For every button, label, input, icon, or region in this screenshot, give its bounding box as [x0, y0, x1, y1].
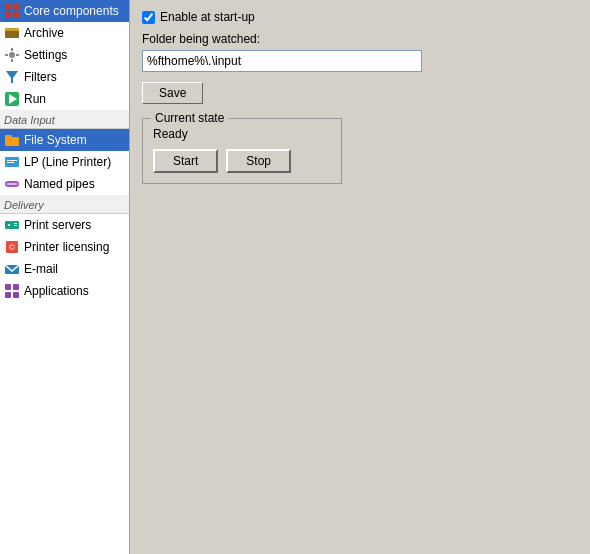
sidebar-item-label: Filters — [24, 70, 57, 84]
sidebar: Core components Archive Settings — [0, 0, 130, 554]
svg-rect-22 — [8, 224, 10, 226]
folder-input[interactable] — [142, 50, 422, 72]
print-servers-icon — [4, 217, 20, 233]
svg-rect-9 — [5, 54, 8, 56]
sidebar-item-file-system[interactable]: File System — [0, 129, 129, 151]
svg-rect-17 — [7, 160, 17, 161]
svg-rect-29 — [13, 284, 19, 290]
run-icon — [4, 91, 20, 107]
svg-rect-23 — [14, 223, 17, 224]
sidebar-item-label: Named pipes — [24, 177, 95, 191]
svg-rect-28 — [5, 284, 11, 290]
svg-rect-10 — [16, 54, 19, 56]
sidebar-item-email[interactable]: E-mail — [0, 258, 129, 280]
svg-point-6 — [9, 52, 15, 58]
state-value: Ready — [153, 127, 331, 141]
current-state-group: Current state Ready Start Stop — [142, 118, 342, 184]
sidebar-item-print-servers[interactable]: Print servers — [0, 214, 129, 236]
filters-icon — [4, 69, 20, 85]
printer-lic-icon: © — [4, 239, 20, 255]
svg-rect-14 — [5, 137, 19, 146]
start-button[interactable]: Start — [153, 149, 218, 173]
svg-rect-1 — [13, 4, 19, 10]
svg-marker-11 — [6, 71, 18, 83]
save-button[interactable]: Save — [142, 82, 203, 104]
sidebar-item-label: File System — [24, 133, 87, 147]
sidebar-item-applications[interactable]: Applications — [0, 280, 129, 302]
svg-rect-5 — [5, 28, 19, 31]
sidebar-item-label: LP (Line Printer) — [24, 155, 111, 169]
svg-rect-15 — [5, 135, 12, 138]
main-content: Enable at start-up Folder being watched:… — [130, 0, 590, 554]
sidebar-item-run[interactable]: Run — [0, 88, 129, 110]
svg-rect-3 — [13, 12, 19, 18]
sidebar-item-label: Archive — [24, 26, 64, 40]
sidebar-item-core-components[interactable]: Core components — [0, 0, 129, 22]
state-buttons: Start Stop — [153, 149, 331, 173]
sidebar-item-archive[interactable]: Archive — [0, 22, 129, 44]
svg-rect-7 — [11, 48, 13, 51]
sidebar-item-filters[interactable]: Filters — [0, 66, 129, 88]
sidebar-item-printer-licensing[interactable]: © Printer licensing — [0, 236, 129, 258]
sidebar-item-named-pipes[interactable]: Named pipes — [0, 173, 129, 195]
sidebar-item-label: E-mail — [24, 262, 58, 276]
applications-icon — [4, 283, 20, 299]
svg-rect-8 — [11, 59, 13, 62]
folder-label: Folder being watched: — [142, 32, 578, 46]
archive-icon — [4, 25, 20, 41]
svg-rect-31 — [13, 292, 19, 298]
sidebar-item-label: Settings — [24, 48, 67, 62]
section-delivery: Delivery — [0, 195, 129, 214]
lp-icon — [4, 154, 20, 170]
svg-rect-30 — [5, 292, 11, 298]
email-icon — [4, 261, 20, 277]
svg-rect-2 — [5, 12, 11, 18]
settings-icon — [4, 47, 20, 63]
svg-rect-18 — [7, 162, 14, 163]
svg-rect-24 — [14, 225, 17, 226]
sidebar-item-label: Core components — [24, 4, 119, 18]
sidebar-item-label: Applications — [24, 284, 89, 298]
filesystem-icon — [4, 132, 20, 148]
sidebar-item-settings[interactable]: Settings — [0, 44, 129, 66]
enable-startup-row: Enable at start-up — [142, 10, 578, 24]
svg-text:©: © — [9, 243, 15, 252]
sidebar-item-label: Run — [24, 92, 46, 106]
sidebar-item-label: Printer licensing — [24, 240, 109, 254]
sidebar-item-lp[interactable]: LP (Line Printer) — [0, 151, 129, 173]
svg-rect-20 — [7, 183, 17, 185]
enable-startup-label: Enable at start-up — [160, 10, 255, 24]
sidebar-item-label: Print servers — [24, 218, 91, 232]
named-pipes-icon — [4, 176, 20, 192]
svg-rect-0 — [5, 4, 11, 10]
stop-button[interactable]: Stop — [226, 149, 291, 173]
core-icon — [4, 3, 20, 19]
section-data-input: Data Input — [0, 110, 129, 129]
current-state-legend: Current state — [151, 111, 228, 125]
enable-startup-checkbox[interactable] — [142, 11, 155, 24]
